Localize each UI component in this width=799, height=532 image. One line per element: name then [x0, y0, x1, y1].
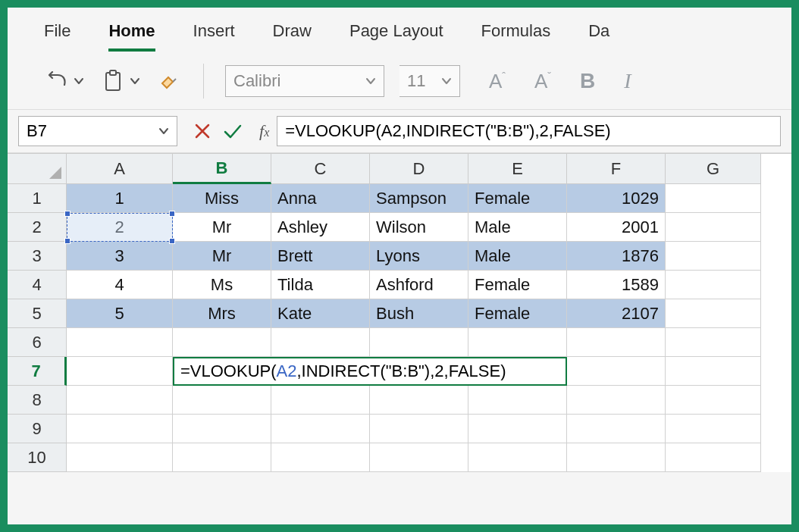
cell-D5[interactable]: Bush — [370, 299, 468, 328]
italic-button[interactable]: I — [624, 69, 631, 93]
row-header-2[interactable]: 2 — [8, 213, 67, 242]
row-header-7[interactable]: 7 — [8, 357, 67, 386]
tab-draw[interactable]: Draw — [273, 17, 312, 52]
cell-A10[interactable] — [67, 443, 173, 472]
cell-F5[interactable]: 2107 — [567, 299, 666, 328]
cell-F2[interactable]: 2001 — [567, 213, 666, 242]
cell-D9[interactable] — [370, 415, 468, 443]
column-header-d[interactable]: D — [370, 154, 468, 184]
cell-C4[interactable]: Tilda — [271, 271, 370, 299]
chevron-down-icon[interactable] — [129, 68, 141, 94]
cell-F8[interactable] — [567, 386, 666, 415]
cell-A3[interactable]: 3 — [67, 242, 173, 271]
formula-input[interactable]: =VLOOKUP(A2,INDIRECT("B:B"),2,FALSE) — [277, 116, 781, 146]
cell-G4[interactable] — [666, 271, 761, 299]
cell-G1[interactable] — [666, 184, 761, 213]
cell-A5[interactable]: 5 — [67, 299, 173, 328]
format-painter-icon[interactable] — [156, 68, 182, 94]
cell-G8[interactable] — [666, 386, 761, 415]
confirm-icon[interactable] — [223, 123, 243, 139]
cell-B3[interactable]: Mr — [173, 242, 271, 271]
cell-C6[interactable] — [271, 328, 370, 357]
cell-F6[interactable] — [567, 328, 666, 357]
row-header-3[interactable]: 3 — [8, 242, 67, 271]
cell-E9[interactable] — [468, 415, 567, 443]
cell-F10[interactable] — [567, 443, 666, 472]
cell-B4[interactable]: Ms — [173, 271, 271, 299]
cell-F1[interactable]: 1029 — [567, 184, 666, 213]
cell-F3[interactable]: 1876 — [567, 242, 666, 271]
cell-A8[interactable] — [67, 386, 173, 415]
column-header-g[interactable]: G — [666, 154, 761, 184]
cell-A7[interactable] — [67, 357, 173, 386]
tab-home[interactable]: Home — [108, 17, 155, 52]
cell-D3[interactable]: Lyons — [370, 242, 468, 271]
cell-A4[interactable]: 4 — [67, 271, 173, 299]
font-name-select[interactable]: Calibri — [225, 65, 384, 97]
row-header-4[interactable]: 4 — [8, 271, 67, 299]
name-box[interactable]: B7 — [18, 116, 177, 146]
bold-button[interactable]: B — [580, 69, 595, 93]
increase-font-button[interactable]: Aˆ — [489, 70, 506, 93]
cell-G9[interactable] — [666, 415, 761, 443]
cell-E4[interactable]: Female — [468, 271, 567, 299]
cell-E1[interactable]: Female — [468, 184, 567, 213]
cell-E2[interactable]: Male — [468, 213, 567, 242]
font-size-select[interactable]: 11 — [400, 65, 460, 97]
undo-icon[interactable] — [44, 68, 70, 94]
cell-A2[interactable]: 2 — [67, 213, 173, 242]
decrease-font-button[interactable]: Aˇ — [534, 70, 551, 93]
cell-B2[interactable]: Mr — [173, 213, 271, 242]
row-header-10[interactable]: 10 — [8, 443, 67, 472]
editing-cell-b7[interactable]: =VLOOKUP(A2,INDIRECT("B:B"),2,FALSE) — [173, 357, 567, 386]
cell-D4[interactable]: Ashford — [370, 271, 468, 299]
clipboard-icon[interactable] — [100, 68, 126, 94]
tab-insert[interactable]: Insert — [193, 17, 235, 52]
cell-B1[interactable]: Miss — [173, 184, 271, 213]
cell-F4[interactable]: 1589 — [567, 271, 666, 299]
cell-E6[interactable] — [468, 328, 567, 357]
row-header-5[interactable]: 5 — [8, 299, 67, 328]
cell-C1[interactable]: Anna — [271, 184, 370, 213]
cell-F9[interactable] — [567, 415, 666, 443]
cell-B6[interactable] — [173, 328, 271, 357]
tab-page-layout[interactable]: Page Layout — [349, 17, 443, 52]
cell-C3[interactable]: Brett — [271, 242, 370, 271]
column-header-b[interactable]: B — [173, 154, 271, 184]
cell-G7[interactable] — [666, 357, 761, 386]
tab-file[interactable]: File — [44, 17, 70, 52]
cell-A9[interactable] — [67, 415, 173, 443]
cell-G10[interactable] — [666, 443, 761, 472]
cell-C2[interactable]: Ashley — [271, 213, 370, 242]
cell-C5[interactable]: Kate — [271, 299, 370, 328]
tab-data[interactable]: Da — [588, 17, 609, 52]
cell-G3[interactable] — [666, 242, 761, 271]
cell-D2[interactable]: Wilson — [370, 213, 468, 242]
cell-E3[interactable]: Male — [468, 242, 567, 271]
cell-D8[interactable] — [370, 386, 468, 415]
cell-G5[interactable] — [666, 299, 761, 328]
cell-B5[interactable]: Mrs — [173, 299, 271, 328]
row-header-9[interactable]: 9 — [8, 415, 67, 443]
chevron-down-icon[interactable] — [73, 68, 85, 94]
fx-icon[interactable]: fx — [259, 121, 269, 141]
cell-E8[interactable] — [468, 386, 567, 415]
cell-D1[interactable]: Sampson — [370, 184, 468, 213]
column-header-f[interactable]: F — [567, 154, 666, 184]
row-header-8[interactable]: 8 — [8, 386, 67, 415]
cell-G6[interactable] — [666, 328, 761, 357]
cell-D10[interactable] — [370, 443, 468, 472]
cell-C8[interactable] — [271, 386, 370, 415]
cell-G2[interactable] — [666, 213, 761, 242]
row-header-6[interactable]: 6 — [8, 328, 67, 357]
cell-C10[interactable] — [271, 443, 370, 472]
cell-B8[interactable] — [173, 386, 271, 415]
column-header-a[interactable]: A — [67, 154, 173, 184]
row-header-1[interactable]: 1 — [8, 184, 67, 213]
cell-E10[interactable] — [468, 443, 567, 472]
cell-E5[interactable]: Female — [468, 299, 567, 328]
cell-F7[interactable] — [567, 357, 666, 386]
column-header-c[interactable]: C — [271, 154, 370, 184]
column-header-e[interactable]: E — [468, 154, 567, 184]
cancel-icon[interactable] — [194, 123, 211, 139]
